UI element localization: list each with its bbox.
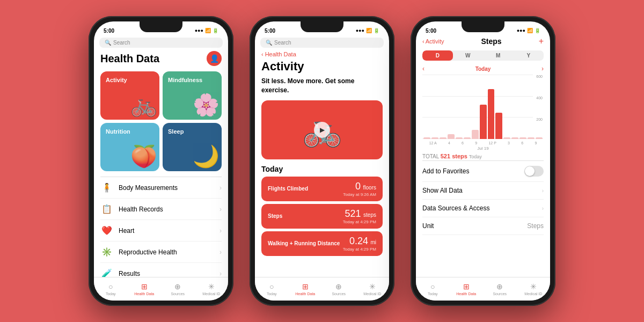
tab-sources-2[interactable]: ⊕ Sources (322, 277, 356, 301)
favorites-toggle[interactable] (524, 166, 544, 177)
add-button[interactable]: + (539, 36, 544, 46)
bar-14 (536, 137, 543, 139)
steps-back-link[interactable]: ‹ Activity (422, 38, 444, 45)
play-button[interactable]: ▶ (314, 122, 330, 138)
wifi-icon-1: 📶 (205, 28, 211, 33)
video-card[interactable]: 🚲 ▶ (261, 100, 383, 159)
bar-4 (456, 137, 463, 139)
nutrition-tile[interactable]: Nutrition 🍑 (100, 123, 159, 171)
search-bar-2[interactable]: 🔍 Search (260, 38, 384, 48)
tab-sources-1[interactable]: ⊕ Sources (161, 277, 195, 301)
search-text-2: Search (274, 40, 291, 46)
steps-label: Steps (268, 213, 282, 219)
steps-screen-title: Steps (481, 37, 502, 46)
back-text-2: Health Data (265, 51, 296, 57)
back-text-3: Activity (426, 38, 444, 45)
show-all-setting[interactable]: Show All Data › (422, 182, 544, 200)
tab-medical-2[interactable]: ✳ Medical ID (356, 277, 390, 301)
x-9b: 9 (535, 141, 537, 145)
mindfulness-tile[interactable]: Mindfulness 🌸 (163, 71, 222, 120)
search-icon-2: 🔍 (266, 40, 272, 46)
menu-reproductive[interactable]: ✳️ Reproductive Health › (100, 241, 222, 263)
bar-1 (431, 137, 438, 139)
health-icon-1: ⊞ (141, 282, 148, 291)
activity-subtitle: Sit less. Move more. Get some exercise. (261, 77, 383, 95)
bar-0 (423, 137, 430, 139)
activity-illustration: 🚲 (130, 92, 157, 118)
records-label: Health Records (119, 206, 214, 213)
bar-13 (528, 137, 535, 139)
wifi-2: 📶 (366, 28, 372, 33)
records-chevron: › (219, 206, 222, 213)
tab-sources-3[interactable]: ⊕ Sources (483, 277, 517, 301)
tab-medical-3[interactable]: ✳ Medical ID (517, 277, 551, 301)
health-label-1: Health Data (134, 292, 154, 296)
total-date-value: Today (469, 154, 482, 159)
activity-tile[interactable]: Activity 🚲 (100, 71, 159, 120)
medical-icon-3: ✳ (530, 282, 537, 291)
tab-health-data-2[interactable]: ⊞ Health Data (289, 277, 323, 301)
segment-month[interactable]: M (483, 50, 514, 61)
next-date-button[interactable]: › (541, 65, 544, 72)
segment-year[interactable]: Y (514, 50, 544, 61)
steps-settings: Add to Favorites Show All Data › Data So… (422, 160, 544, 235)
bar-10 (503, 137, 510, 139)
steps-card: Steps 521 steps Today at 4:29 PM (261, 204, 383, 229)
tab-health-data-1[interactable]: ⊞ Health Data (128, 277, 162, 301)
phone-3: 5:00 ●●● 📶 🔋 ‹ Activity Steps + D (411, 16, 555, 306)
prev-date-button[interactable]: ‹ (422, 65, 425, 72)
favorites-setting[interactable]: Add to Favorites (422, 161, 544, 182)
health-label-3: Health Data (456, 292, 476, 296)
menu-results[interactable]: 🧪 Results › (100, 263, 222, 277)
back-link-2[interactable]: ‹ Health Data (261, 51, 383, 57)
tab-today-2[interactable]: ○ Today (255, 277, 289, 301)
segment-week[interactable]: W (453, 50, 484, 61)
heart-chevron: › (219, 227, 222, 235)
tab-today-1[interactable]: ○ Today (94, 277, 128, 301)
show-all-label: Show All Data (422, 187, 463, 194)
segment-day[interactable]: D (422, 50, 453, 61)
today-label-2: Today (267, 292, 277, 296)
tab-bar-1: ○ Today ⊞ Health Data ⊕ Sources ✳ Medica… (94, 277, 228, 301)
tab-medical-1[interactable]: ✳ Medical ID (195, 277, 229, 301)
x-6: 6 (462, 141, 464, 145)
heart-label: Heart (119, 227, 214, 235)
phone-2: 5:00 ●●● 📶 🔋 🔍 Search ‹ Health Data Acti… (250, 16, 394, 306)
health-icon-2: ⊞ (302, 282, 309, 291)
show-all-chevron: › (542, 188, 544, 194)
flights-time: Today at 9:26 AM (343, 192, 376, 197)
flights-label: Flights Climbed (268, 186, 308, 192)
menu-health-records[interactable]: 📋 Health Records › (100, 199, 222, 220)
menu-body-measurements[interactable]: 🧍 Body Measurements › (100, 177, 222, 199)
sources-label-3: Sources (493, 292, 507, 296)
time-segment-control: D W M Y (422, 50, 544, 61)
sleep-tile[interactable]: Sleep 🌙 (163, 123, 222, 171)
search-bar-1[interactable]: 🔍 Search (99, 38, 223, 48)
bar-9 (495, 113, 502, 139)
steps-unit: steps (363, 212, 376, 218)
tab-today-3[interactable]: ○ Today (416, 277, 450, 301)
sources-icon-2: ⊕ (335, 282, 342, 291)
total-label: TOTAL 521 steps Today (422, 153, 544, 159)
battery-3: 🔋 (535, 28, 540, 33)
today-section-label: Today (261, 165, 383, 173)
menu-heart[interactable]: ❤️ Heart › (100, 220, 222, 241)
data-sources-label: Data Sources & Access (422, 204, 489, 212)
bar-7 (480, 105, 487, 139)
menu-list-1: 🧍 Body Measurements › 📋 Health Records ›… (100, 177, 222, 277)
bar-5 (464, 137, 471, 139)
flights-card: Flights Climbed 0 floors Today at 9:26 A… (261, 177, 383, 201)
data-sources-setting[interactable]: Data Sources & Access › (422, 200, 544, 217)
notch-2 (301, 21, 343, 32)
medical-icon-2: ✳ (369, 282, 376, 291)
avatar-icon[interactable]: 👤 (207, 51, 222, 66)
medical-label-2: Medical ID (363, 292, 381, 296)
body-label: Body Measurements (119, 184, 214, 192)
today-icon-2: ○ (269, 282, 274, 291)
sources-icon-1: ⊕ (174, 282, 181, 291)
tab-health-data-3[interactable]: ⊞ Health Data (450, 277, 484, 301)
battery-2: 🔋 (374, 28, 379, 33)
x-4: 4 (448, 141, 450, 145)
distance-label: Walking + Running Distance (268, 240, 340, 246)
body-chevron: › (219, 184, 222, 192)
